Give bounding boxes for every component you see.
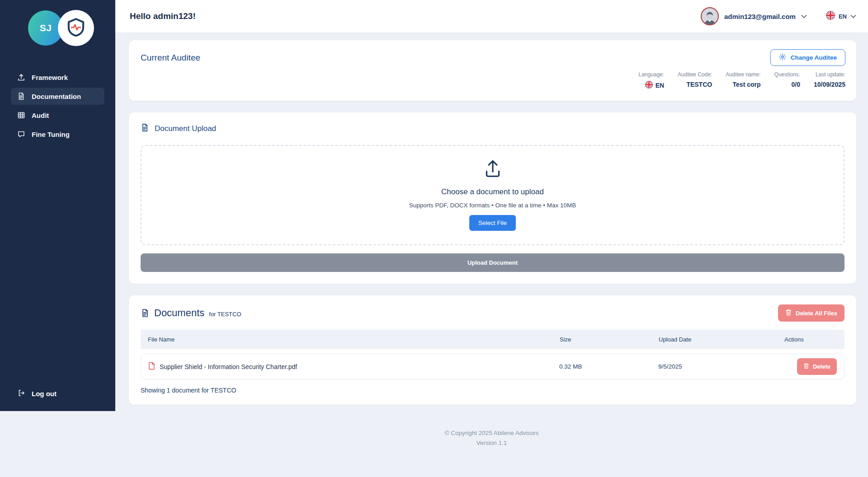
shield-logo-icon [66, 17, 86, 39]
documents-table: File Name Size Upload Date Actions [141, 330, 844, 379]
document-upload-header: Document Upload [141, 123, 844, 134]
documents-header: Documents for TESTCO [141, 307, 241, 319]
brand-area: SJ [0, 10, 115, 46]
language-selector[interactable]: EN [826, 11, 856, 22]
document-icon [17, 92, 25, 100]
dropzone-hint: Supports PDF, DOCX formats • One file at… [409, 202, 576, 209]
auditee-field-code: Auditee Code: TESTCO [678, 71, 712, 90]
language-label: EN [839, 13, 847, 20]
documents-summary: Showing 1 document for TESTCO [141, 387, 844, 394]
documents-subtitle: for TESTCO [209, 311, 241, 318]
document-icon [141, 309, 150, 318]
main-area: Hello admin123! admin123@gmail.com [115, 0, 868, 477]
auditee-field-language: Language: [638, 71, 664, 90]
auditee-field-name: Auditee name: Test corp [726, 71, 760, 90]
document-icon [141, 123, 149, 134]
page-greeting: Hello admin123! [130, 11, 196, 21]
change-auditee-button[interactable]: Change Auditee [770, 49, 845, 66]
user-avatar-icon [701, 7, 719, 25]
sidebar-item-audit[interactable]: Audit [11, 107, 104, 124]
logout-icon [17, 389, 25, 398]
file-upload-date: 9/5/2025 [658, 363, 784, 370]
column-header-upload-date: Upload Date [659, 336, 784, 343]
trash-icon [803, 363, 809, 370]
logout-label: Log out [32, 390, 57, 398]
footer: © Copyright 2025 Abilene Advisors Versio… [115, 416, 868, 452]
table-row: Supplier Shield - Information Security C… [141, 354, 844, 379]
file-name: Supplier Shield - Information Security C… [160, 363, 297, 370]
sidebar-item-label: Fine Tuning [32, 131, 70, 138]
dropzone-title: Choose a document to upload [441, 187, 544, 196]
content: Current Auditee Change Auditee Lang [115, 33, 868, 416]
delete-file-button[interactable]: Delete [797, 358, 837, 375]
table-icon [17, 111, 25, 119]
sidebar-item-fine-tuning[interactable]: Fine Tuning [11, 126, 104, 143]
upload-document-button[interactable]: Upload Document [141, 253, 844, 272]
brand-logo [58, 10, 94, 46]
table-header-row: File Name Size Upload Date Actions [141, 330, 844, 349]
topbar-right: admin123@gmail.com [701, 7, 856, 25]
upload-icon [482, 158, 504, 181]
sidebar-item-label: Documentation [32, 93, 81, 100]
sidebar-item-label: Audit [32, 112, 49, 119]
column-header-file-name: File Name [148, 336, 560, 343]
documents-title: Documents [154, 307, 204, 319]
pdf-file-icon [148, 362, 155, 372]
chat-icon [17, 130, 25, 138]
document-upload-title: Document Upload [155, 124, 216, 133]
uk-flag-icon [826, 11, 835, 22]
gear-icon [779, 53, 786, 62]
document-upload-card: Document Upload Choose a document to upl… [129, 112, 856, 284]
logout-button[interactable]: Log out [11, 384, 63, 403]
avatar-initials: SJ [40, 23, 52, 33]
file-size: 0.32 MB [559, 363, 658, 370]
chevron-down-icon [850, 12, 856, 20]
user-menu[interactable]: admin123@gmail.com [701, 7, 807, 25]
column-header-actions: Actions [784, 336, 837, 343]
topbar: Hello admin123! admin123@gmail.com [115, 0, 868, 33]
uk-flag-icon [645, 81, 653, 90]
column-header-size: Size [560, 336, 659, 343]
select-file-button[interactable]: Select File [469, 215, 516, 231]
sidebar-nav: Framework Documentation [0, 69, 115, 143]
sidebar-item-documentation[interactable]: Documentation [11, 88, 104, 105]
upload-dropzone[interactable]: Choose a document to upload Supports PDF… [141, 145, 844, 245]
upload-icon [17, 73, 25, 81]
delete-all-files-button[interactable]: Delete All Files [778, 304, 844, 322]
sidebar: SJ Framework [0, 0, 115, 411]
sidebar-item-label: Framework [32, 74, 68, 81]
change-auditee-label: Change Auditee [791, 54, 837, 61]
sidebar-item-framework[interactable]: Framework [11, 69, 104, 86]
auditee-fields: Language: [141, 71, 845, 90]
current-auditee-title: Current Auditee [141, 53, 200, 63]
auditee-field-questions: Questions: 0/0 [774, 71, 800, 90]
copyright-text: © Copyright 2025 Abilene Advisors [115, 428, 868, 438]
user-email: admin123@gmail.com [724, 13, 796, 20]
version-text: Version 1.1 [115, 438, 868, 448]
page: SJ Framework [0, 0, 868, 477]
trash-icon [785, 309, 792, 317]
auditee-field-last-update: Last update: 10/09/2025 [814, 71, 845, 90]
current-auditee-card: Current Auditee Change Auditee Lang [129, 40, 856, 101]
documents-card: Documents for TESTCO Delete All Files [129, 295, 856, 405]
chevron-down-icon [801, 12, 807, 20]
